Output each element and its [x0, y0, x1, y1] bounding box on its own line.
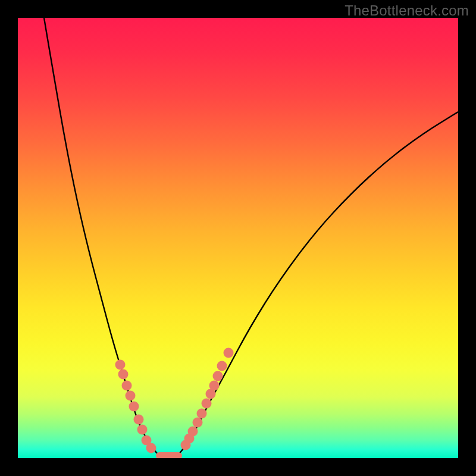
right-curve — [177, 112, 458, 456]
bead-dot — [137, 425, 148, 435]
bead-dot — [122, 381, 132, 391]
bead-dot — [202, 399, 212, 409]
curves-svg — [18, 18, 458, 458]
watermark-text: TheBottleneck.com — [345, 2, 469, 19]
plot-area — [18, 18, 458, 458]
bead-bottom-bar — [156, 452, 182, 458]
bead-dot — [217, 361, 227, 371]
bead-dot — [129, 402, 139, 412]
bead-dot — [115, 360, 126, 370]
bead-dot — [188, 427, 198, 437]
beads-right-group — [181, 348, 234, 450]
bead-dot — [209, 381, 220, 391]
bead-dot — [146, 443, 156, 453]
bead-dot — [224, 348, 234, 358]
bead-dot — [193, 418, 203, 428]
bead-dot — [118, 369, 129, 380]
bead-dot — [213, 371, 223, 381]
chart-frame: TheBottleneck.com — [0, 0, 476, 476]
bead-dot — [134, 415, 144, 425]
left-curve — [44, 18, 159, 456]
bead-dot — [126, 391, 136, 401]
bead-dot — [197, 409, 207, 419]
beads-left-group — [115, 360, 156, 453]
